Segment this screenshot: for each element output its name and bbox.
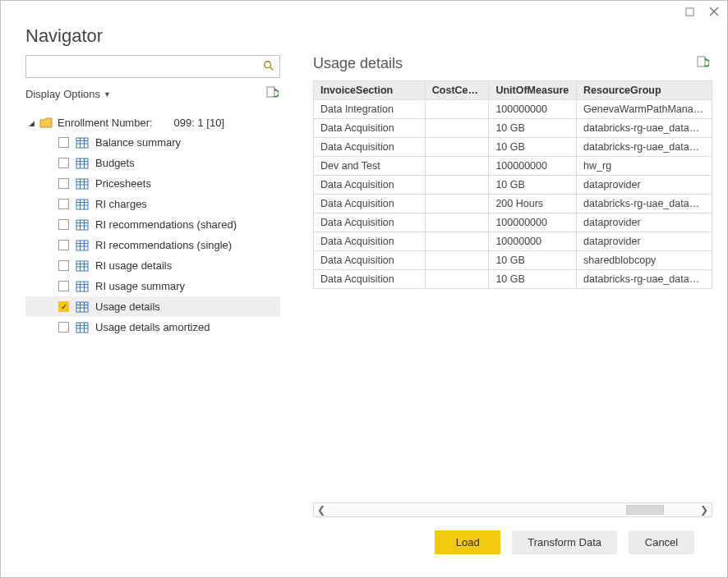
table-row[interactable]: Dev and Test100000000hw_rg [314, 157, 712, 176]
table-row[interactable]: Data Integration100000000GenevaWarmPathM… [314, 100, 712, 119]
table-row[interactable]: Data Acquisition200 Hoursdatabricks-rg-u… [314, 195, 712, 213]
cell: 100000000 [489, 100, 577, 119]
table-icon [76, 219, 89, 231]
display-options-dropdown[interactable]: Display Options ▼ [25, 88, 111, 100]
window-close-icon[interactable] [709, 7, 719, 16]
table-row[interactable]: Data Acquisition100000000dataprovider [314, 213, 712, 232]
table-icon [76, 137, 89, 149]
refresh-preview-icon[interactable] [696, 56, 709, 71]
cell [425, 119, 489, 138]
tree-item[interactable]: Usage details [25, 296, 280, 317]
grid-body: Data Integration100000000GenevaWarmPathM… [314, 100, 712, 289]
svg-rect-37 [76, 261, 88, 271]
table-icon [76, 260, 89, 272]
horizontal-scrollbar[interactable]: ❮ ❯ [313, 502, 712, 517]
preview-grid-wrapper: InvoiceSectionCostCenterUnitOfMeasureRes… [313, 80, 712, 502]
svg-point-3 [265, 61, 271, 67]
table-icon [76, 178, 89, 190]
tree-item-label: Usage details [95, 300, 160, 313]
tree-item[interactable]: RI usage details [25, 255, 280, 276]
table-row[interactable]: Data Acquisition10000000dataprovider [314, 232, 712, 251]
table-row[interactable]: Data Acquisition10 GBdatabricks-rg-uae_d… [314, 119, 712, 138]
checkbox[interactable] [58, 260, 69, 271]
display-options-row: Display Options ▼ [25, 86, 280, 102]
cell [425, 213, 489, 232]
svg-rect-22 [76, 200, 88, 209]
checkbox[interactable] [58, 219, 69, 230]
column-header[interactable]: ResourceGroup [577, 81, 712, 100]
column-header[interactable]: InvoiceSection [314, 81, 426, 100]
expand-toggle-icon[interactable]: ◢ [29, 119, 35, 127]
tree-root-suffix: 099: 1 [10] [174, 117, 224, 129]
checkbox[interactable] [58, 158, 69, 168]
svg-rect-32 [76, 241, 88, 250]
cell: databricks-rg-uae_databricks- [577, 119, 712, 138]
cell: Data Acquisition [314, 213, 426, 232]
cell: 10 GB [489, 138, 577, 157]
cell: Data Acquisition [314, 270, 426, 289]
dialog-footer: Load Transform Data Cancel [313, 517, 712, 569]
tree-item[interactable]: Pricesheets [25, 173, 280, 194]
transform-data-button[interactable]: Transform Data [512, 530, 617, 554]
cell: 10 GB [489, 270, 577, 289]
search-box[interactable] [25, 55, 280, 78]
tree-item[interactable]: RI usage summary [25, 276, 280, 296]
checkbox[interactable] [58, 137, 69, 148]
window-titlebar [1, 1, 727, 22]
scroll-right-icon[interactable]: ❯ [700, 504, 708, 516]
cell: Data Integration [314, 100, 426, 119]
dialog-title: Navigator [25, 25, 703, 47]
tree-item[interactable]: Usage details amortized [25, 317, 280, 337]
table-icon [76, 158, 89, 169]
cell: Data Acquisition [314, 232, 426, 251]
cell: Data Acquisition [314, 119, 426, 138]
display-options-label: Display Options [25, 88, 100, 100]
svg-rect-47 [76, 302, 88, 312]
checkbox[interactable] [58, 178, 69, 189]
tree-item-label: RI recommendations (shared) [95, 218, 237, 231]
left-pane: Display Options ▼ ◢ Enrollment Number: 0… [25, 55, 280, 569]
column-header[interactable]: CostCenter [425, 81, 489, 100]
tree-item-label: RI recommendations (single) [95, 239, 232, 251]
tree-item[interactable]: RI recommendations (single) [25, 235, 280, 255]
cell [425, 138, 489, 157]
checkbox[interactable] [58, 322, 69, 333]
svg-rect-5 [267, 87, 274, 97]
window-restore-icon[interactable] [684, 7, 694, 16]
checkbox[interactable] [58, 301, 69, 312]
tree-item[interactable]: Balance summary [25, 132, 280, 153]
table-row[interactable]: Data Acquisition10 GBdatabricks-rg-uae_d… [314, 270, 712, 289]
cell [425, 251, 489, 270]
table-row[interactable]: Data Acquisition10 GBdataprovider [314, 176, 712, 195]
tree-item-label: Pricesheets [95, 177, 151, 190]
preview-grid: InvoiceSectionCostCenterUnitOfMeasureRes… [313, 80, 712, 289]
scroll-thumb[interactable] [626, 505, 664, 515]
checkbox[interactable] [58, 199, 69, 209]
cell [425, 176, 489, 195]
scroll-track[interactable] [329, 503, 697, 516]
cell: 100000000 [489, 213, 577, 232]
cell: 10 GB [489, 251, 577, 270]
table-icon [76, 281, 89, 292]
preview-title: Usage details [313, 55, 403, 72]
table-row[interactable]: Data Acquisition10 GBsharedblobcopy [314, 251, 712, 270]
tree-root-node[interactable]: ◢ Enrollment Number: 099: 1 [10] [25, 113, 280, 132]
checkbox[interactable] [58, 240, 69, 250]
search-icon[interactable] [263, 60, 274, 74]
cancel-button[interactable]: Cancel [629, 530, 694, 554]
tree-item[interactable]: RI charges [25, 194, 280, 214]
cell: 10 GB [489, 176, 577, 195]
cell: Data Acquisition [314, 251, 426, 270]
cell: databricks-rg-uae_databricks- [577, 270, 712, 289]
scroll-left-icon[interactable]: ❮ [317, 504, 325, 516]
tree-item[interactable]: Budgets [25, 153, 280, 173]
search-input[interactable] [31, 60, 263, 74]
navigator-window: Navigator Display Options ▼ [0, 0, 728, 578]
load-button[interactable]: Load [435, 530, 500, 554]
cell: dataprovider [577, 232, 712, 251]
refresh-tree-icon[interactable] [265, 86, 279, 102]
tree-item[interactable]: RI recommendations (shared) [25, 214, 280, 235]
table-row[interactable]: Data Acquisition10 GBdatabricks-rg-uae_d… [314, 138, 712, 157]
checkbox[interactable] [58, 281, 69, 291]
column-header[interactable]: UnitOfMeasure [489, 81, 577, 100]
